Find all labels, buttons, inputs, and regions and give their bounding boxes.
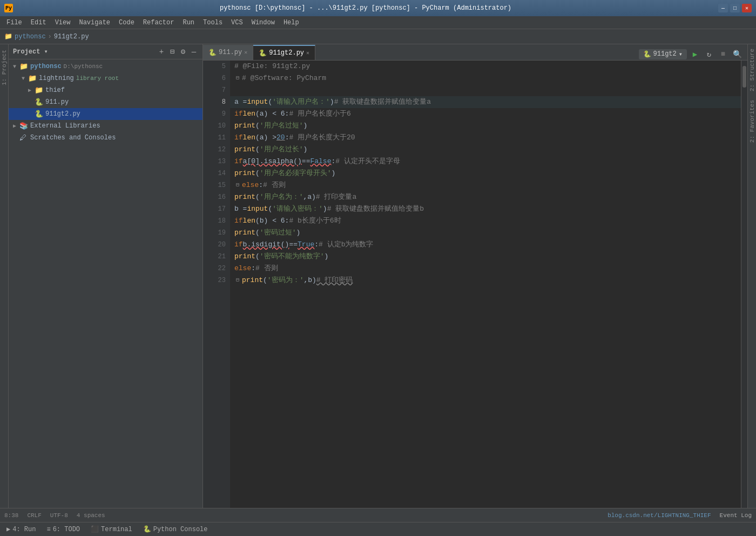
code-content[interactable]: # @File : 911gt2.py ⊟ # @Software: PyCha… [230, 61, 741, 508]
code-line-13: if a[0].isalpha() == False: # 认定开头不是字母 [230, 156, 741, 168]
cursor-position: 8:38 [4, 512, 18, 519]
code-editor[interactable]: 5 6 7 8 9 10 11 12 13 14 15 16 17 18 19 … [203, 61, 747, 508]
menu-item-vcs[interactable]: VCS [227, 18, 247, 28]
code-line-11: if len(a) >20: # 用户名长度大于20 [230, 132, 741, 144]
title-bar: Py pythonsc [D:\pythonsc] - ...\911gt2.p… [0, 0, 756, 16]
encoding[interactable]: UTF-8 [50, 512, 68, 519]
menu-bar: FileEditViewNavigateCodeRefactorRunTools… [0, 16, 756, 29]
tree-item-pythonsc[interactable]: ▼ 📁 pythonsc D:\pythonsc [9, 61, 202, 72]
code-line-6: ⊟ # @Software: PyCharm [230, 72, 741, 84]
sidebar-tree: ▼ 📁 pythonsc D:\pythonsc ▼ 📁 lightning l… [9, 59, 202, 508]
menu-item-run[interactable]: Run [178, 18, 199, 28]
title-text: pythonsc [D:\pythonsc] - ...\911gt2.py [… [17, 4, 714, 12]
code-line-15: ⊟ else: # 否则 [230, 179, 741, 191]
maximize-button[interactable]: □ [730, 4, 740, 12]
favorites-side-tab[interactable]: 2: Favorites [749, 96, 755, 147]
tab-911py[interactable]: 🐍 911.py ✕ [203, 45, 253, 60]
code-line-22: else: # 否则 [230, 263, 741, 274]
fold-btn-23[interactable]: ⊟ [234, 277, 241, 284]
editor-scrollbar[interactable] [741, 61, 747, 508]
sidebar-header: Project ▾ + ⊟ ⚙ — [9, 44, 202, 59]
add-icon[interactable]: + [157, 48, 166, 56]
sidebar-title: Project ▾ [13, 48, 48, 56]
nav-bar: 📁 pythonsc › 911gt2.py [0, 29, 756, 44]
toolbar-right: 🐍 911gt2 ▾ ▶ ↻ ■ 🔍 [639, 48, 747, 60]
menu-item-help[interactable]: Help [279, 18, 303, 28]
tree-item-lightning[interactable]: ▼ 📁 lightning library root [9, 72, 202, 84]
code-line-7 [230, 84, 741, 96]
editor-area: 🐍 911.py ✕ 🐍 911gt2.py ✕ 🐍 911gt2 ▾ ▶ ↻ … [203, 44, 747, 508]
csdn-url[interactable]: blog.csdn.net/LIGHTNING_THIEF [608, 512, 711, 519]
menu-item-navigate[interactable]: Navigate [75, 18, 114, 28]
fold-btn-15[interactable]: ⊟ [234, 182, 241, 189]
status-bar: 8:38 CRLF UTF-8 4 spaces blog.csdn.net/L… [0, 508, 756, 522]
tree-item-thief[interactable]: ▶ 📁 thief [9, 84, 202, 96]
fold-btn-6[interactable]: ⊟ [234, 75, 241, 82]
nav-folder-icon: 📁 [4, 32, 12, 41]
tabs-bar: 🐍 911.py ✕ 🐍 911gt2.py ✕ 🐍 911gt2 ▾ ▶ ↻ … [203, 44, 747, 61]
main-layout: 1: Project Project ▾ + ⊟ ⚙ — ▼ 📁 pythons… [0, 44, 756, 508]
tab-close-911gt2py[interactable]: ✕ [306, 50, 309, 56]
tab-911gt2py[interactable]: 🐍 911gt2.py ✕ [253, 45, 315, 60]
code-line-14: print('用户名必须字母开头') [230, 168, 741, 179]
settings-icon[interactable]: ⚙ [179, 48, 187, 56]
code-line-12: print('用户名过长') [230, 144, 741, 156]
code-line-16: print('用户名为：',a) # 打印变量a [230, 191, 741, 203]
nav-file[interactable]: 911gt2.py [54, 33, 89, 41]
line-numbers: 5 6 7 8 9 10 11 12 13 14 15 16 17 18 19 … [203, 61, 230, 508]
code-line-23: ⊟ print('密码为：',b) # 打印密码 [230, 274, 741, 286]
project-panel: Project ▾ + ⊟ ⚙ — ▼ 📁 pythonsc D:\python… [9, 44, 203, 508]
run-config-selector[interactable]: 🐍 911gt2 ▾ [639, 49, 687, 59]
menu-item-tools[interactable]: Tools [199, 18, 227, 28]
code-line-19: print('密码过短') [230, 227, 741, 239]
close-button[interactable]: ✕ [742, 4, 752, 12]
status-right: blog.csdn.net/LIGHTNING_THIEF Event Log [608, 512, 752, 519]
stop-button[interactable]: ■ [717, 48, 729, 60]
tree-item-911gt2py[interactable]: 🐍 911gt2.py [9, 108, 202, 120]
code-line-8: a = input('请输入用户名：') # 获取键盘数据并赋值给变量a [230, 96, 741, 108]
update-button[interactable]: ↻ [703, 48, 715, 60]
left-side-tabs: 1: Project [0, 44, 9, 508]
code-line-5: # @File : 911gt2.py [230, 61, 741, 72]
nav-project[interactable]: pythonsc [15, 33, 46, 41]
code-line-9: if len(a) < 6: # 用户名长度小于6 [230, 108, 741, 120]
run-bottom-btn[interactable]: ▶ 4: Run [2, 524, 40, 534]
code-line-18: if len(b) < 6: # b长度小于6时 [230, 215, 741, 227]
nav-sep1: › [48, 33, 52, 41]
event-log-link[interactable]: Event Log [720, 512, 752, 519]
terminal-btn[interactable]: ⬛ Terminal [86, 524, 137, 534]
app-icon: Py [4, 4, 13, 12]
menu-item-refactor[interactable]: Refactor [139, 18, 179, 28]
tree-item-911py[interactable]: 🐍 911.py [9, 96, 202, 108]
minimize-button[interactable]: — [718, 4, 728, 12]
menu-item-file[interactable]: File [2, 18, 26, 28]
menu-item-window[interactable]: Window [247, 18, 279, 28]
code-line-21: print('密码不能为纯数字') [230, 251, 741, 263]
todo-btn[interactable]: ≡ 6: TODO [42, 525, 84, 534]
bottom-bar: ▶ 4: Run ≡ 6: TODO ⬛ Terminal 🐍 Python C… [0, 522, 756, 536]
menu-item-code[interactable]: Code [114, 18, 139, 28]
menu-item-view[interactable]: View [51, 18, 75, 28]
indent-info[interactable]: 4 spaces [77, 512, 105, 519]
search-button[interactable]: 🔍 [731, 48, 743, 60]
line-ending[interactable]: CRLF [27, 512, 41, 519]
code-line-17: b = input('请输入密码：') # 获取键盘数据并赋值给变量b [230, 203, 741, 215]
collapse-icon[interactable]: ⊟ [168, 48, 177, 56]
menu-item-edit[interactable]: Edit [26, 18, 51, 28]
tree-item-scratches[interactable]: 🖊 Scratches and Consoles [9, 132, 202, 144]
project-side-tab[interactable]: 1: Project [0, 44, 8, 91]
code-line-20: if b.isdigit() == True: # 认定b为纯数字 [230, 239, 741, 251]
run-button[interactable]: ▶ [689, 48, 701, 60]
tree-item-external-libs[interactable]: ▶ 📚 External Libraries [9, 120, 202, 132]
structure-side-tab[interactable]: 2: Structure [749, 44, 755, 96]
code-line-10: print('用户名过短') [230, 120, 741, 132]
tab-close-911py[interactable]: ✕ [244, 49, 247, 56]
close-panel-icon[interactable]: — [190, 48, 198, 56]
python-console-btn[interactable]: 🐍 Python Console [139, 524, 212, 534]
